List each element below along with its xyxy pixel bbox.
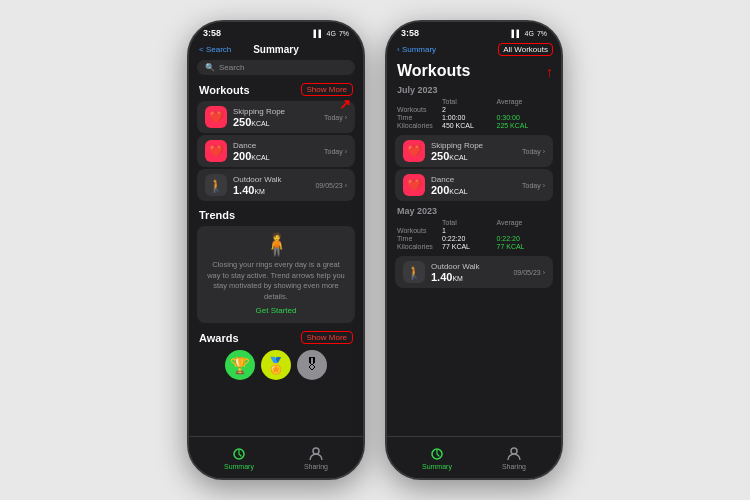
award-icon-1: 🏆 [225, 350, 255, 380]
notch-2 [444, 22, 504, 40]
awards-header-1: Awards Show More [189, 325, 363, 347]
tab-bar-1: Summary Sharing [189, 436, 363, 478]
workouts-title-1: Workouts [199, 84, 250, 96]
summary-tab-icon-2 [427, 446, 447, 462]
search-placeholder-1: Search [219, 63, 244, 72]
workout-info-2-may-0: Outdoor Walk 1.40KM [431, 262, 507, 283]
workout-value-2-0: 250KCAL [431, 150, 516, 162]
workout-name-1-1: Dance [233, 141, 318, 150]
all-workouts-button[interactable]: All Workouts [498, 43, 553, 56]
spacer-may [397, 219, 442, 226]
stats-row-may-1: Time 0:22:20 0:22:20 [397, 235, 551, 242]
trends-header-1: Trends [189, 203, 363, 224]
workout-icon-emoji-1-1: ❤️ [209, 144, 224, 158]
svg-point-3 [511, 448, 517, 454]
back-link-2[interactable]: ‹ Summary [397, 45, 436, 54]
network-icon-2: 4G [525, 30, 534, 37]
stats-row-july-0: Workouts 2 [397, 106, 551, 113]
awards-show-more-1[interactable]: Show More [301, 331, 353, 344]
stats-headers-may: Total Average [387, 218, 561, 227]
nav-bar-1: < Search Summary [189, 40, 363, 58]
search-icon-1: 🔍 [205, 63, 215, 72]
workout-name-1-2: Outdoor Walk [233, 175, 309, 184]
network-icon-1: 4G [327, 30, 336, 37]
avg-header-july: Average [497, 98, 552, 105]
trend-figure-1: 🧍 [205, 234, 347, 256]
section-may: May 2023 [387, 203, 561, 218]
workout-value-1-0: 250KCAL [233, 116, 318, 128]
section-july: July 2023 [387, 82, 561, 97]
stats-row-july-2: Kilocalories 450 KCAL 225 KCAL [397, 122, 551, 129]
workout-name-2-1: Dance [431, 175, 516, 184]
tab-summary-2[interactable]: Summary [422, 446, 452, 470]
tab-sharing-2[interactable]: Sharing [502, 446, 526, 470]
workout-item-2-1[interactable]: ❤️ Dance 200KCAL Today › [395, 169, 553, 201]
stats-row-may-2: Kilocalories 77 KCAL 77 KCAL [397, 243, 551, 250]
signal-icon-2: ▌▌ [512, 30, 522, 37]
workout-date-1-2: 09/05/23 › [315, 182, 347, 189]
trend-icon-1: 🧍 [263, 232, 290, 257]
avg-header-may: Average [497, 219, 552, 226]
red-arrow-1: ↗ [339, 96, 351, 112]
workout-name-2-0: Skipping Rope [431, 141, 516, 150]
workout-item-1-2[interactable]: 🚶 Outdoor Walk 1.40KM 09/05/23 › [197, 169, 355, 201]
battery-icon-2: 7% [537, 30, 547, 37]
status-time-2: 3:58 [401, 28, 419, 38]
workout-icon-2-may-0: 🚶 [403, 261, 425, 283]
stats-headers-july: Total Average [387, 97, 561, 106]
awards-row-1: 🏆 🏅 🎖 [189, 347, 363, 383]
workout-item-2-0[interactable]: ❤️ Skipping Rope 250KCAL Today › [395, 135, 553, 167]
workout-icon-1-1: ❤️ [205, 140, 227, 162]
trends-box-1: 🧍 Closing your rings every day is a grea… [197, 226, 355, 323]
workout-value-2-1: 200KCAL [431, 184, 516, 196]
workout-item-1-0[interactable]: ❤️ Skipping Rope 250KCAL Today › [197, 101, 355, 133]
nav-bar-2: ‹ Summary All Workouts [387, 40, 561, 58]
status-icons-2: ▌▌ 4G 7% [512, 30, 547, 37]
signal-icon-1: ▌▌ [314, 30, 324, 37]
workout-value-1-2: 1.40KM [233, 184, 309, 196]
svg-point-1 [313, 448, 319, 454]
tab-sharing-1[interactable]: Sharing [304, 446, 328, 470]
notch [246, 22, 306, 40]
workout-date-1-0: Today › [324, 114, 347, 121]
workout-date-2-1: Today › [522, 182, 545, 189]
phone-2-screen: 3:58 ▌▌ 4G 7% ‹ Summary All Workouts Wor… [387, 22, 561, 478]
total-header-july: Total [442, 98, 497, 105]
tab-summary-1[interactable]: Summary [224, 446, 254, 470]
phone-1-screen: 3:58 ▌▌ 4G 7% < Search Summary 🔍 Search … [189, 22, 363, 478]
stats-row-july-1: Time 1:00:00 0:30:00 [397, 114, 551, 121]
workout-value-2-may-0: 1.40KM [431, 271, 507, 283]
workout-icon-emoji-1-0: ❤️ [209, 110, 224, 124]
workout-item-2-may-0[interactable]: 🚶 Outdoor Walk 1.40KM 09/05/23 › [395, 256, 553, 288]
award-icon-3: 🎖 [297, 350, 327, 380]
summary-tab-icon-1 [229, 446, 249, 462]
workout-icon-2-1: ❤️ [403, 174, 425, 196]
workout-info-1-2: Outdoor Walk 1.40KM [233, 175, 309, 196]
tab-sharing-label-1: Sharing [304, 463, 328, 470]
nav-title-1: Summary [253, 44, 299, 55]
phone-2: 3:58 ▌▌ 4G 7% ‹ Summary All Workouts Wor… [385, 20, 563, 480]
battery-icon-1: 7% [339, 30, 349, 37]
workout-item-1-1[interactable]: ❤️ Dance 200KCAL Today › [197, 135, 355, 167]
total-header-may: Total [442, 219, 497, 226]
spacer-july [397, 98, 442, 105]
trends-title-1: Trends [199, 209, 235, 221]
workout-value-1-1: 200KCAL [233, 150, 318, 162]
workout-date-2-may-0: 09/05/23 › [513, 269, 545, 276]
workout-name-1-0: Skipping Rope [233, 107, 318, 116]
status-icons-1: ▌▌ 4G 7% [314, 30, 349, 37]
stats-grid-may: Workouts 1 Time 0:22:20 0:22:20 Kilocalo… [387, 227, 561, 254]
workout-date-2-0: Today › [522, 148, 545, 155]
trends-cta-1[interactable]: Get Started [205, 306, 347, 315]
workout-info-2-0: Skipping Rope 250KCAL [431, 141, 516, 162]
back-link-1[interactable]: < Search [199, 45, 231, 54]
status-time-1: 3:58 [203, 28, 221, 38]
workout-date-1-1: Today › [324, 148, 347, 155]
award-icon-2: 🏅 [261, 350, 291, 380]
workout-info-2-1: Dance 200KCAL [431, 175, 516, 196]
search-bar-1[interactable]: 🔍 Search [197, 60, 355, 75]
stats-grid-july: Workouts 2 Time 1:00:00 0:30:00 Kilocalo… [387, 106, 561, 133]
trends-text-1: Closing your rings every day is a great … [205, 260, 347, 302]
workout-icon-emoji-1-2: 🚶 [208, 178, 224, 193]
show-more-button-1[interactable]: Show More [301, 83, 353, 96]
